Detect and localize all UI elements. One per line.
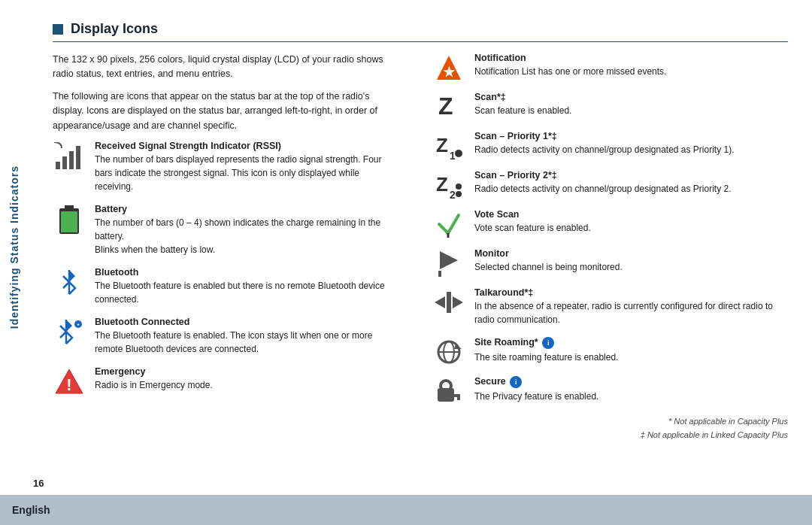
battery-title: Battery xyxy=(95,204,399,214)
rssi-icon xyxy=(53,142,86,171)
notification-body: Notification List has one or more missed… xyxy=(474,65,788,78)
battery-body: The number of bars (0 – 4) shown indicat… xyxy=(95,216,399,256)
svg-point-22 xyxy=(456,191,462,197)
svg-rect-26 xyxy=(447,292,451,313)
main-content: Display Icons The 132 x 90 pixels, 256 c… xyxy=(29,0,812,495)
svg-text:!: ! xyxy=(66,375,71,394)
scan-priority2-icon: Z 2 xyxy=(432,171,465,199)
monitor-icon xyxy=(432,250,465,277)
scan-priority2-desc: Scan – Priority 2*‡ Radio detects activi… xyxy=(474,170,788,196)
svg-point-21 xyxy=(456,184,462,190)
intro-text-1: The 132 x 90 pixels, 256 colors, liquid … xyxy=(53,53,399,82)
scan-icon: Z xyxy=(432,93,465,120)
site-roaming-badge: i xyxy=(542,337,554,349)
svg-rect-1 xyxy=(62,156,67,169)
list-item: Site Roaming* i The site roaming feature… xyxy=(432,337,788,366)
monitor-desc: Monitor Selected channel is being monito… xyxy=(474,248,788,274)
scan-priority2-body: Radio detects activity on channel/group … xyxy=(474,182,788,196)
left-column: The 132 x 90 pixels, 256 colors, liquid … xyxy=(53,53,420,483)
talkaround-title: Talkaround*‡ xyxy=(474,287,788,298)
rssi-title: Received Signal Strength Indicator (RSSI… xyxy=(95,141,399,151)
bluetooth-desc: Bluetooth The Bluetooth feature is enabl… xyxy=(95,267,399,306)
vote-scan-desc: Vote Scan Vote scan feature is enabled. xyxy=(474,209,788,235)
svg-text:2: 2 xyxy=(450,189,456,199)
secure-title: Secure i xyxy=(474,376,788,388)
site-roaming-title: Site Roaming* i xyxy=(474,337,788,349)
bluetooth-connected-desc: Bluetooth Connected The Bluetooth featur… xyxy=(95,317,399,356)
list-item: Received Signal Strength Indicator (RSSI… xyxy=(53,141,399,193)
bluetooth-connected-title: Bluetooth Connected xyxy=(95,317,399,327)
monitor-title: Monitor xyxy=(474,248,788,259)
battery-desc: Battery The number of bars (0 – 4) shown… xyxy=(95,204,399,256)
rssi-desc: Received Signal Strength Indicator (RSSI… xyxy=(95,141,399,193)
svg-text:★: ★ xyxy=(443,65,456,80)
svg-point-18 xyxy=(455,150,462,157)
vote-scan-icon xyxy=(432,211,465,238)
emergency-desc: Emergency Radio is in Emergency mode. xyxy=(95,366,399,392)
svg-rect-36 xyxy=(457,394,460,400)
footnote-1: * Not applicable in Capacity Plus xyxy=(432,415,788,429)
page-title: Display Icons xyxy=(71,21,158,37)
sidebar: Identifying Status Indicators xyxy=(0,0,29,495)
site-roaming-desc: Site Roaming* i The site roaming feature… xyxy=(474,337,788,364)
list-item: Z 1 Scan – Priority 1*‡ Radio detects ac… xyxy=(432,131,788,159)
scan-priority1-desc: Scan – Priority 1*‡ Radio detects activi… xyxy=(474,131,788,156)
footnotes: * Not applicable in Capacity Plus ‡ Not … xyxy=(432,415,788,442)
emergency-icon: ! xyxy=(53,368,86,395)
svg-rect-0 xyxy=(56,162,60,169)
site-roaming-body: The site roaming feature is enabled. xyxy=(474,351,788,364)
scan-body: Scan feature is enabled. xyxy=(474,104,788,117)
svg-rect-4 xyxy=(65,205,74,208)
list-item: * Bluetooth Connected The Bluetooth feat… xyxy=(53,317,399,356)
list-item: ! Emergency Radio is in Emergency mode. xyxy=(53,366,399,395)
talkaround-desc: Talkaround*‡ In the absence of a repeate… xyxy=(474,287,788,326)
intro-text-2: The following are icons that appear on t… xyxy=(53,90,399,133)
emergency-title: Emergency xyxy=(95,366,399,377)
secure-desc: Secure i The Privacy feature is enabled. xyxy=(474,376,788,403)
scan-desc: Scan*‡ Scan feature is enabled. xyxy=(474,92,788,117)
list-item: Battery The number of bars (0 – 4) shown… xyxy=(53,204,399,256)
scan-priority1-body: Radio detects activity on channel/group … xyxy=(474,143,788,156)
list-item: ★ Notification Notification List has one… xyxy=(432,53,788,81)
svg-marker-28 xyxy=(453,296,463,308)
scan-priority2-title: Scan – Priority 2*‡ xyxy=(474,170,788,181)
bluetooth-title: Bluetooth xyxy=(95,267,399,278)
bluetooth-connected-icon: * xyxy=(53,318,86,348)
notification-icon: ★ xyxy=(432,54,465,81)
secure-badge: i xyxy=(510,376,522,388)
list-item: Bluetooth The Bluetooth feature is enabl… xyxy=(53,267,399,306)
monitor-body: Selected channel is being monitored. xyxy=(474,260,788,274)
sidebar-label: Identifying Status Indicators xyxy=(8,165,20,329)
vote-scan-title: Vote Scan xyxy=(474,209,788,220)
title-icon xyxy=(53,24,63,35)
svg-text:1: 1 xyxy=(450,150,456,159)
footnote-2: ‡ Not applicable in Linked Capacity Plus xyxy=(432,429,788,442)
svg-rect-3 xyxy=(76,146,80,169)
language-label: English xyxy=(12,504,50,516)
svg-rect-6 xyxy=(61,211,77,232)
secure-icon xyxy=(432,378,465,405)
svg-rect-25 xyxy=(438,271,441,277)
title-divider xyxy=(53,41,788,42)
columns: The 132 x 90 pixels, 256 colors, liquid … xyxy=(53,53,788,483)
notification-desc: Notification Notification List has one o… xyxy=(474,53,788,78)
vote-scan-body: Vote scan feature is enabled. xyxy=(474,221,788,235)
svg-text:Z: Z xyxy=(436,134,448,156)
bluetooth-body: The Bluetooth feature is enabled but the… xyxy=(95,279,399,306)
site-roaming-icon xyxy=(432,338,465,366)
list-item: Talkaround*‡ In the absence of a repeate… xyxy=(432,287,788,326)
bluetooth-icon xyxy=(53,269,86,299)
svg-text:Z: Z xyxy=(436,173,448,196)
bottom-bar: English xyxy=(0,495,812,525)
list-item: Monitor Selected channel is being monito… xyxy=(432,248,788,277)
scan-priority1-icon: Z 1 xyxy=(432,132,465,159)
scan-priority1-title: Scan – Priority 1*‡ xyxy=(474,131,788,141)
emergency-body: Radio is in Emergency mode. xyxy=(95,378,399,392)
section-title: Display Icons xyxy=(53,21,788,37)
battery-icon xyxy=(53,205,86,235)
list-item: Z Scan*‡ Scan feature is enabled. xyxy=(432,92,788,120)
talkaround-body: In the absence of a repeater, radio is c… xyxy=(474,299,788,326)
secure-body: The Privacy feature is enabled. xyxy=(474,390,788,403)
talkaround-icon xyxy=(432,289,465,316)
scan-title: Scan*‡ xyxy=(474,92,788,102)
